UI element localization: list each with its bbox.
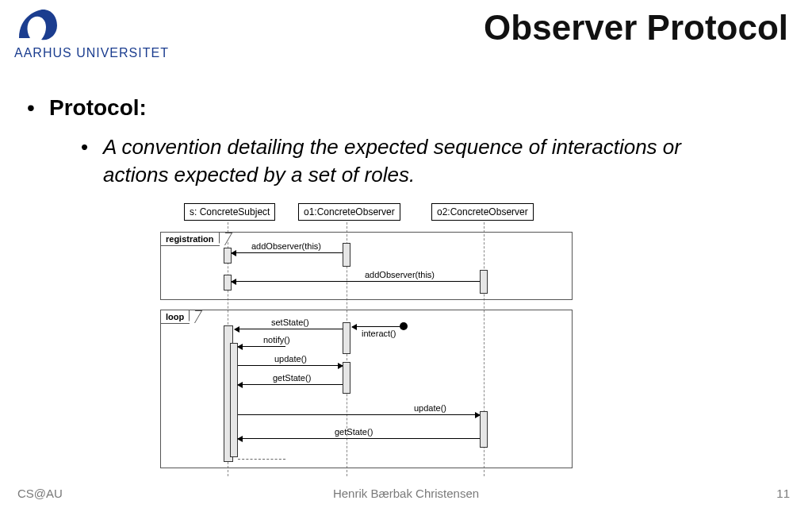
message-arrow — [238, 384, 343, 385]
return-arrow — [238, 459, 285, 460]
activation-bar — [480, 270, 488, 294]
sequence-diagram: s: ConcreteSubject o1:ConcreteObserver o… — [152, 203, 596, 476]
footer-page-number: 11 — [776, 487, 790, 500]
message-label: update() — [274, 354, 307, 364]
message-label: getState() — [273, 373, 311, 383]
message-arrow — [235, 329, 343, 329]
message-label: update() — [414, 403, 446, 413]
institution-name: AARHUS UNIVERSITET — [14, 46, 169, 60]
activation-bar — [343, 322, 350, 354]
message-label: setState() — [271, 318, 309, 327]
message-arrow — [232, 281, 480, 282]
participant-observer1: o1:ConcreteObserver — [298, 203, 400, 221]
activation-bar — [480, 411, 488, 448]
bullet-level-1: Protocol: — [49, 95, 147, 121]
slide-title: Observer Protocol — [484, 8, 788, 48]
frame-label-loop: loop — [160, 310, 190, 324]
message-arrow — [232, 252, 343, 253]
institution-logo: AARHUS UNIVERSITET — [14, 6, 169, 60]
frame-registration: registration — [160, 232, 573, 300]
participant-observer2: o2:ConcreteObserver — [431, 203, 534, 221]
participant-subject: s: ConcreteSubject — [184, 203, 275, 221]
message-label: addObserver(this) — [251, 241, 321, 251]
message-arrow — [238, 365, 343, 366]
found-message-origin-icon — [400, 322, 408, 330]
message-arrow — [352, 326, 400, 327]
message-arrow — [238, 414, 480, 415]
frame-label-registration: registration — [160, 232, 220, 246]
message-label: getState() — [335, 427, 373, 437]
bullet-level-2: A convention detailing the expected sequ… — [103, 133, 722, 189]
message-arrow — [238, 346, 285, 347]
footer-author: Henrik Bærbak Christensen — [0, 487, 812, 500]
message-label: notify() — [263, 335, 290, 344]
message-label: interact() — [362, 329, 396, 338]
activation-bar — [343, 243, 350, 267]
au-logo-icon — [14, 6, 65, 44]
activation-bar — [343, 362, 350, 394]
message-arrow — [238, 438, 480, 439]
message-label: addObserver(this) — [365, 270, 435, 279]
